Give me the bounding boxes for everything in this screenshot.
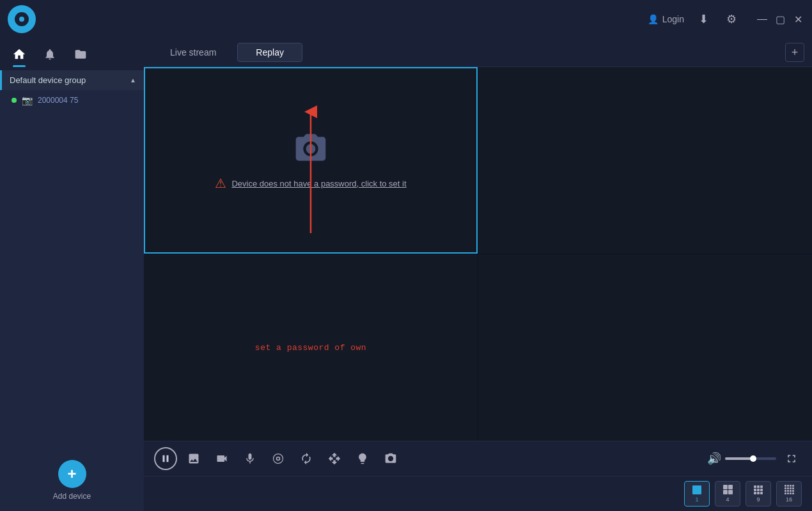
login-area[interactable]: 👤 Login (648, 14, 684, 24)
camera-warning: ⚠ Device does not have a password, click… (215, 176, 406, 191)
password-warning-link[interactable]: Device does not have a password, click t… (231, 179, 406, 188)
download-button[interactable]: ⬇ (694, 10, 712, 28)
svg-point-5 (274, 454, 283, 464)
record-button[interactable] (210, 447, 233, 470)
nav-home[interactable] (5, 40, 33, 68)
close-button[interactable]: ✕ (792, 13, 804, 26)
volume-fill (725, 457, 753, 460)
tab-add-button[interactable]: + (785, 43, 804, 62)
camera-grid: ⚠ Device does not have a password, click… (144, 67, 812, 441)
volume-handle (750, 455, 756, 462)
device-item[interactable]: 📷 2000004 75 (0, 90, 144, 111)
device-camera-icon: 📷 (22, 95, 33, 105)
grid-2x2-button[interactable]: 4 (715, 481, 740, 507)
main-layout: Default device group ▲ 📷 2000004 75 + Ad… (0, 38, 812, 511)
titlebar-left (8, 5, 36, 33)
device-status-online (12, 98, 17, 103)
sidebar-nav (0, 38, 144, 70)
move-button[interactable] (323, 447, 346, 470)
light-button[interactable] (351, 447, 374, 470)
device-group-header[interactable]: Default device group ▲ (0, 70, 144, 90)
sidebar: Default device group ▲ 📷 2000004 75 + Ad… (0, 38, 144, 511)
fullscreen-button[interactable] (781, 448, 802, 469)
volume-area: 🔊 (707, 452, 776, 466)
nav-notifications[interactable] (36, 40, 64, 68)
add-device-label: Add device (53, 492, 91, 501)
content-tabs: Live stream Replay + (144, 38, 812, 67)
nav-files[interactable] (66, 40, 95, 68)
minimize-button[interactable]: — (756, 13, 769, 26)
rotate-button[interactable] (295, 447, 318, 470)
camera-settings-button[interactable] (379, 447, 402, 470)
device-group-arrow: ▲ (130, 77, 136, 84)
titlebar-right: 👤 Login ⬇ ⚙ — ▢ ✕ (648, 10, 804, 28)
svg-point-1 (308, 150, 313, 153)
app-logo (8, 5, 36, 33)
tab-buttons: Live stream Replay (152, 43, 302, 62)
ptz-button[interactable] (267, 447, 290, 470)
camera-icon-large (292, 130, 330, 168)
sidebar-bottom: + Add device (0, 450, 144, 511)
device-name: 2000004 75 (38, 96, 78, 105)
grid-3x3-button[interactable]: 9 (746, 481, 771, 507)
screenshot-button[interactable] (182, 447, 205, 470)
camera-cell-4[interactable] (478, 254, 812, 441)
titlebar: 👤 Login ⬇ ⚙ — ▢ ✕ (0, 0, 812, 38)
grid-selector-bar: 1 4 (144, 476, 812, 511)
add-device-button[interactable]: + (58, 460, 86, 488)
camera-placeholder-1: ⚠ Device does not have a password, click… (215, 130, 406, 191)
login-label: Login (662, 14, 684, 24)
volume-slider[interactable] (725, 457, 776, 460)
pause-button[interactable] (154, 447, 177, 470)
camera-cell-3[interactable]: set a password of own (144, 254, 478, 441)
grid-1x1-button[interactable]: 1 (684, 481, 710, 507)
content-area: Live stream Replay + (144, 38, 812, 511)
camera-cell-1[interactable]: ⚠ Device does not have a password, click… (144, 67, 478, 254)
tab-replay[interactable]: Replay (237, 43, 302, 62)
grid-4x4-button[interactable]: 16 (776, 481, 802, 507)
red-annotation-text: set a password of own (255, 343, 366, 353)
maximize-button[interactable]: ▢ (774, 13, 786, 26)
bottom-toolbar: 🔊 (144, 441, 812, 476)
settings-button[interactable]: ⚙ (722, 10, 740, 28)
camera-cell-2[interactable] (478, 67, 812, 254)
window-controls: — ▢ ✕ (756, 13, 804, 26)
device-group-label: Default device group (10, 75, 86, 85)
mic-button[interactable] (238, 447, 262, 470)
warning-icon: ⚠ (215, 176, 226, 191)
volume-icon: 🔊 (707, 452, 721, 466)
svg-point-4 (277, 457, 280, 461)
tab-live-stream[interactable]: Live stream (152, 43, 235, 62)
user-icon: 👤 (648, 14, 659, 24)
